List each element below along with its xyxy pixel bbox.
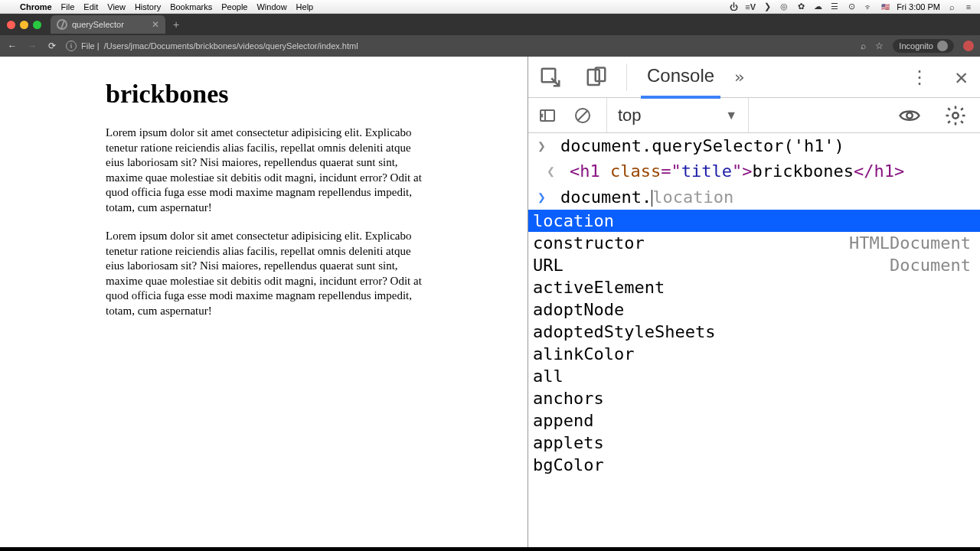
autocomplete-item[interactable]: alinkColor	[528, 343, 980, 365]
minimize-window-icon[interactable]	[20, 21, 28, 29]
browser-tab[interactable]: querySelector ✕	[51, 15, 165, 34]
extension-icon[interactable]	[963, 41, 974, 51]
autocomplete-item[interactable]: location	[528, 210, 980, 232]
autocomplete-item-name: alinkColor	[533, 344, 634, 364]
autocomplete-item[interactable]: all	[528, 365, 980, 387]
menubar-clock[interactable]: Fri 3:00 PM	[897, 2, 940, 11]
autocomplete-item-name: adoptedStyleSheets	[533, 322, 715, 341]
autocomplete-item-hint: Document	[890, 256, 971, 275]
autocomplete-item[interactable]: append	[528, 409, 980, 432]
console-sidebar-icon[interactable]	[536, 104, 559, 127]
tab-console[interactable]: Console	[641, 57, 720, 99]
autocomplete-item[interactable]: applets	[528, 432, 980, 454]
menu-history[interactable]: History	[130, 2, 165, 11]
spotlight-icon[interactable]: ⌕	[946, 2, 957, 12]
menu-window[interactable]: Window	[252, 2, 291, 11]
clear-console-icon[interactable]	[571, 104, 594, 127]
autocomplete-item[interactable]: activeElement	[528, 276, 980, 298]
flag-icon[interactable]: 🇺🇸	[880, 2, 890, 12]
address-path: /Users/jmac/Documents/brickbones/videos/…	[104, 41, 358, 51]
html-text: brickbones	[752, 161, 853, 181]
autocomplete-item[interactable]: adoptedStyleSheets	[528, 321, 980, 343]
status-icon[interactable]: ≡V	[745, 2, 756, 12]
html-attr-val: title	[681, 161, 732, 181]
zoom-window-icon[interactable]	[33, 21, 41, 29]
autocomplete-item[interactable]: constructorHTMLDocument	[528, 232, 980, 254]
input-arrow-icon: ❯	[537, 138, 548, 154]
autocomplete-item-name: activeElement	[533, 278, 665, 297]
address-bar[interactable]: i File | /Users/jmac/Documents/brickbone…	[66, 41, 853, 51]
svg-rect-1	[588, 70, 599, 85]
address-prefix: File |	[81, 41, 100, 51]
autocomplete-item[interactable]: anchors	[528, 387, 980, 409]
autocomplete-item[interactable]: adoptNode	[528, 298, 980, 321]
menu-help[interactable]: Help	[292, 2, 318, 11]
autocomplete-item[interactable]: URLDocument	[528, 254, 980, 276]
devtools-panel: Console » ⋮ ✕ top ▼	[528, 57, 980, 551]
close-window-icon[interactable]	[7, 21, 15, 29]
menu-view[interactable]: View	[103, 2, 130, 11]
bookmark-icon[interactable]: ☆	[875, 41, 884, 51]
execution-context-label: top	[618, 106, 642, 126]
status-icon[interactable]: ◎	[779, 2, 789, 12]
status-icon[interactable]: ⏻	[728, 2, 739, 12]
back-button[interactable]: ←	[6, 41, 18, 51]
page-paragraph: Lorem ipsum dolor sit amet consectetur a…	[106, 229, 427, 318]
console-output-html[interactable]: <h1 class="title">brickbones</h1>	[570, 161, 904, 181]
device-toolbar-icon[interactable]	[580, 61, 612, 93]
incognito-icon	[937, 41, 948, 51]
page-viewport: brickbones Lorem ipsum dolor sit amet co…	[0, 57, 528, 551]
window-controls	[5, 21, 47, 29]
tab-title: querySelector	[72, 20, 124, 29]
console-output: ❮ <h1 class="title">brickbones</h1>	[528, 158, 980, 184]
menu-edit[interactable]: Edit	[79, 2, 103, 11]
autocomplete-item-name: adoptNode	[533, 300, 624, 319]
ghost-completion: location	[652, 187, 733, 207]
page-paragraph: Lorem ipsum dolor sit amet consectetur a…	[106, 126, 427, 215]
incognito-badge[interactable]: Incognito	[893, 39, 954, 53]
autocomplete-item[interactable]: bgColor	[528, 454, 980, 476]
status-icon[interactable]: ☁	[812, 2, 823, 12]
autocomplete-item-name: location	[533, 211, 614, 230]
autocomplete-popup: locationconstructorHTMLDocumentURLDocume…	[528, 210, 980, 476]
devtools-close-icon[interactable]: ✕	[949, 64, 974, 90]
menu-icon[interactable]: ≡	[963, 2, 974, 12]
chevron-down-icon: ▼	[725, 109, 737, 122]
menu-file[interactable]: File	[57, 2, 80, 11]
devtools-menu-icon[interactable]: ⋮	[904, 67, 935, 88]
wifi-icon[interactable]: ⊙	[846, 2, 857, 12]
close-tab-icon[interactable]: ✕	[152, 19, 159, 30]
bottom-bar	[0, 547, 980, 551]
live-expression-icon[interactable]	[893, 104, 926, 127]
reload-button[interactable]: ⟳	[46, 41, 58, 51]
content-area: brickbones Lorem ipsum dolor sit amet co…	[0, 57, 980, 551]
console-input[interactable]: ❯ document.location	[528, 184, 980, 210]
status-icon[interactable]: ☰	[829, 2, 840, 12]
autocomplete-item-name: bgColor	[533, 455, 604, 474]
autocomplete-item-name: append	[533, 411, 593, 430]
status-icon[interactable]: ✿	[795, 2, 806, 12]
console-toolbar: top ▼	[528, 98, 980, 133]
incognito-label: Incognito	[899, 41, 933, 51]
console-input-text: document.location	[560, 187, 733, 207]
inspect-element-icon[interactable]	[534, 61, 567, 93]
execution-context-select[interactable]: top ▼	[606, 98, 749, 132]
search-icon[interactable]: ⌕	[861, 41, 866, 51]
app-name[interactable]: Chrome	[15, 2, 57, 11]
console-history-code: document.querySelector('h1')	[560, 136, 844, 155]
menu-bookmarks[interactable]: Bookmarks	[165, 2, 217, 11]
site-info-icon[interactable]: i	[66, 41, 77, 51]
new-tab-button[interactable]: +	[168, 18, 184, 31]
console-settings-icon[interactable]	[939, 104, 972, 127]
menu-people[interactable]: People	[217, 2, 252, 11]
autocomplete-item-name: constructor	[533, 233, 645, 253]
html-close: ">	[732, 161, 753, 181]
svg-point-5	[906, 112, 913, 119]
output-arrow-icon: ❮	[547, 163, 557, 179]
devtools-tabbar: Console » ⋮ ✕	[528, 57, 980, 98]
more-tabs-icon[interactable]: »	[734, 67, 744, 86]
wifi-icon[interactable]: ᯤ	[863, 2, 874, 12]
chrome-window: querySelector ✕ + ← → ⟳ i File | /Users/…	[0, 14, 980, 551]
status-icon[interactable]: ❯	[762, 2, 773, 12]
autocomplete-item-hint: HTMLDocument	[849, 233, 971, 253]
